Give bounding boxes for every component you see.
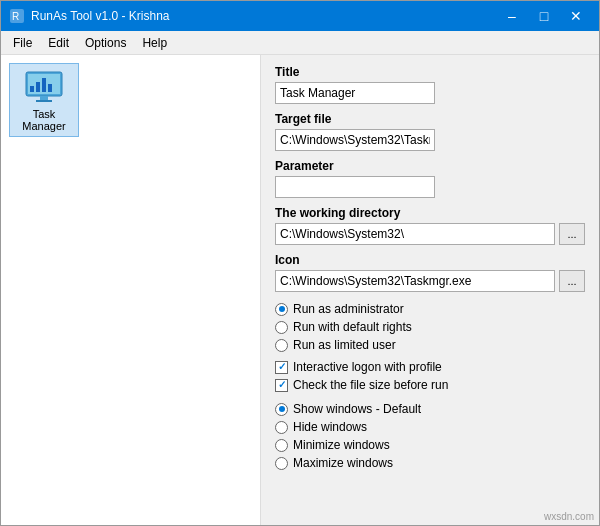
radio-limited-circle [275,339,288,352]
radio-maximize-label: Maximize windows [293,456,393,470]
target-group: Target file [275,112,585,151]
icon-input[interactable] [275,270,555,292]
menu-file[interactable]: File [5,34,40,52]
radio-maximize-circle [275,457,288,470]
radio-hide-circle [275,421,288,434]
working-dir-group: The working directory ... [275,206,585,245]
radio-show-default[interactable]: Show windows - Default [275,402,585,416]
icon-group: Icon ... [275,253,585,292]
working-dir-row: ... [275,223,585,245]
radio-limited-user[interactable]: Run as limited user [275,338,585,352]
menu-edit[interactable]: Edit [40,34,77,52]
task-manager-icon [24,68,64,108]
svg-rect-6 [42,78,46,92]
icon-row: ... [275,270,585,292]
icon-browse-button[interactable]: ... [559,270,585,292]
menu-bar: File Edit Options Help [1,31,599,55]
radio-minimize-circle [275,439,288,452]
main-content: Task Manager Title Target file Parameter [1,55,599,525]
checkbox-interactive-logon[interactable]: Interactive logon with profile [275,360,585,374]
working-dir-input[interactable] [275,223,555,245]
watermark: wxsdn.com [544,511,594,522]
svg-rect-7 [48,84,52,92]
window-title: RunAs Tool v1.0 - Krishna [31,9,497,23]
target-label: Target file [275,112,585,126]
radio-show-default-label: Show windows - Default [293,402,421,416]
radio-minimize-windows[interactable]: Minimize windows [275,438,585,452]
working-dir-label: The working directory [275,206,585,220]
radio-run-as-admin[interactable]: Run as administrator [275,302,585,316]
radio-limited-label: Run as limited user [293,338,396,352]
checkbox-file-size[interactable]: Check the file size before run [275,378,585,392]
run-as-section: Run as administrator Run with default ri… [275,302,585,352]
menu-options[interactable]: Options [77,34,134,52]
radio-hide-label: Hide windows [293,420,367,434]
left-panel: Task Manager [1,55,261,525]
window-controls: – □ ✕ [497,1,591,31]
radio-show-default-circle [275,403,288,416]
menu-help[interactable]: Help [134,34,175,52]
target-input[interactable] [275,129,435,151]
parameter-group: Parameter [275,159,585,198]
shortcut-label: Task Manager [14,108,74,132]
app-icon: R [9,8,25,24]
svg-rect-9 [36,100,52,102]
radio-admin-circle [275,303,288,316]
icon-label: Icon [275,253,585,267]
main-window: R RunAs Tool v1.0 - Krishna – □ ✕ File E… [0,0,600,526]
maximize-button[interactable]: □ [529,1,559,31]
parameter-label: Parameter [275,159,585,173]
checkbox-logon-box [275,361,288,374]
shortcut-task-manager[interactable]: Task Manager [9,63,79,137]
checkbox-filesize-box [275,379,288,392]
radio-minimize-label: Minimize windows [293,438,390,452]
checkbox-filesize-label: Check the file size before run [293,378,448,392]
radio-default-circle [275,321,288,334]
title-label: Title [275,65,585,79]
checkbox-logon-label: Interactive logon with profile [293,360,442,374]
checkbox-section: Interactive logon with profile Check the… [275,360,585,392]
svg-rect-4 [30,86,34,92]
radio-default-rights[interactable]: Run with default rights [275,320,585,334]
radio-maximize-windows[interactable]: Maximize windows [275,456,585,470]
show-options-section: Show windows - Default Hide windows Mini… [275,402,585,470]
svg-rect-5 [36,82,40,92]
parameter-input[interactable] [275,176,435,198]
radio-admin-label: Run as administrator [293,302,404,316]
title-bar: R RunAs Tool v1.0 - Krishna – □ ✕ [1,1,599,31]
radio-default-label: Run with default rights [293,320,412,334]
svg-rect-8 [40,96,48,100]
title-group: Title [275,65,585,104]
right-panel: Title Target file Parameter The working … [261,55,599,525]
radio-hide-windows[interactable]: Hide windows [275,420,585,434]
working-dir-browse-button[interactable]: ... [559,223,585,245]
minimize-button[interactable]: – [497,1,527,31]
close-button[interactable]: ✕ [561,1,591,31]
svg-text:R: R [12,11,19,22]
title-input[interactable] [275,82,435,104]
